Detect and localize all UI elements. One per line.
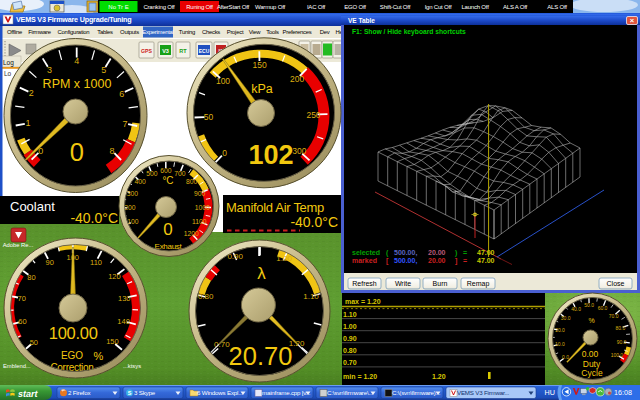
svg-text:130: 130 — [118, 294, 131, 303]
svg-text:-40.0°C: -40.0°C — [290, 214, 338, 230]
svg-text:2: 2 — [29, 88, 34, 98]
svg-text:Adobe Re...: Adobe Re... — [3, 242, 34, 248]
svg-text:No Tr E: No Tr E — [108, 4, 128, 10]
svg-text:140: 140 — [117, 317, 130, 326]
svg-text:=: = — [463, 249, 467, 256]
svg-text:60: 60 — [18, 317, 26, 326]
svg-text:4: 4 — [74, 56, 79, 66]
svg-text:C:\(svn\firmware)...: C:\(svn\firmware)... — [392, 389, 441, 396]
svg-text:1: 1 — [25, 118, 30, 128]
svg-text:600: 600 — [160, 167, 172, 174]
svg-text:AfterStart Off: AfterStart Off — [217, 4, 250, 10]
svg-text:300: 300 — [292, 146, 306, 156]
svg-text:16:08: 16:08 — [614, 388, 632, 397]
svg-text:selected: selected — [352, 249, 380, 256]
svg-text:Checks: Checks — [202, 29, 220, 35]
svg-text:marked: marked — [352, 257, 377, 264]
svg-text:47.00: 47.00 — [477, 257, 495, 264]
svg-text:Close: Close — [607, 280, 625, 287]
svg-text:500.00,: 500.00, — [394, 249, 417, 257]
svg-text:VE Table: VE Table — [348, 17, 375, 24]
svg-text:0.70: 0.70 — [343, 359, 357, 366]
svg-text:102: 102 — [248, 140, 293, 170]
svg-text:S: S — [128, 390, 132, 396]
svg-text:6 Windows Expl...: 6 Windows Expl... — [197, 389, 243, 396]
svg-text:1.10: 1.10 — [343, 311, 357, 318]
svg-text:Ign Cut Off: Ign Cut Off — [425, 4, 452, 10]
svg-text:70.0: 70.0 — [609, 313, 619, 319]
svg-text:Tuning: Tuning — [179, 29, 195, 35]
svg-text:Emblend...: Emblend... — [3, 363, 31, 369]
svg-text:0.90: 0.90 — [343, 335, 357, 342]
svg-text:20.00: 20.00 — [428, 249, 446, 256]
svg-text:min = 1.20: min = 1.20 — [343, 373, 377, 380]
svg-text:×: × — [630, 16, 635, 25]
svg-text:Shift-Cut Off: Shift-Cut Off — [380, 4, 411, 10]
svg-text:120: 120 — [108, 272, 121, 281]
svg-text:1000: 1000 — [195, 204, 210, 211]
svg-text:100.0: 100.0 — [611, 352, 624, 358]
svg-text:ECU: ECU — [199, 48, 210, 54]
svg-text:1.00: 1.00 — [343, 323, 357, 330]
svg-text:50: 50 — [30, 338, 38, 347]
svg-text:HU: HU — [545, 388, 555, 397]
svg-text:°C: °C — [162, 175, 173, 186]
svg-text:2 Firefox: 2 Firefox — [68, 389, 91, 396]
svg-text:800: 800 — [186, 178, 198, 185]
svg-text:λ: λ — [257, 264, 266, 283]
svg-text:110: 110 — [90, 258, 102, 267]
svg-text:EGO Off: EGO Off — [344, 4, 366, 10]
svg-text:RPM x 1000: RPM x 1000 — [43, 77, 112, 91]
svg-text:500: 500 — [146, 170, 158, 177]
svg-text:30.0: 30.0 — [561, 315, 571, 321]
svg-text:10.0: 10.0 — [555, 341, 565, 347]
svg-text:40.0: 40.0 — [571, 306, 581, 312]
svg-text:Cycle: Cycle — [581, 368, 603, 378]
svg-text:Configuration: Configuration — [58, 29, 90, 35]
svg-text:GPS: GPS — [141, 48, 152, 54]
svg-text:Refresh: Refresh — [352, 280, 377, 287]
svg-text:Runing Off: Runing Off — [186, 4, 213, 10]
svg-text:F1: Show / Hide keyboard short: F1: Show / Hide keyboard shortcuts — [352, 28, 466, 36]
svg-text:ALS Off: ALS Off — [547, 4, 567, 10]
svg-text:VEMS V3 Firmwar...: VEMS V3 Firmwar... — [457, 389, 510, 396]
svg-text:Log: Log — [3, 59, 14, 67]
svg-text:200: 200 — [124, 204, 136, 211]
svg-text:1.10: 1.10 — [303, 292, 319, 301]
svg-text:VEMS V3 Firmware Upgrade/Tunin: VEMS V3 Firmware Upgrade/Tuning — [16, 15, 131, 24]
svg-text:C:\svn\firmware\...: C:\svn\firmware\... — [327, 389, 374, 396]
svg-text:20.0: 20.0 — [555, 327, 565, 333]
svg-text:0: 0 — [222, 148, 227, 158]
svg-text:90.0: 90.0 — [617, 339, 627, 345]
svg-text:150: 150 — [253, 60, 267, 70]
svg-text:Preferences: Preferences — [282, 29, 311, 35]
svg-text:1.20: 1.20 — [432, 373, 446, 380]
svg-text:100: 100 — [127, 218, 139, 225]
svg-text:max = 1.20: max = 1.20 — [345, 298, 381, 305]
svg-text:Firmware: Firmware — [28, 29, 52, 35]
svg-text:0: 0 — [70, 138, 84, 166]
svg-text:400: 400 — [134, 178, 146, 185]
svg-text:-40.0°C: -40.0°C — [70, 210, 118, 226]
svg-text:RT: RT — [179, 48, 187, 54]
svg-text:50: 50 — [204, 112, 214, 122]
svg-text:IAC Off: IAC Off — [307, 4, 326, 10]
svg-text:Project: Project — [227, 29, 244, 35]
svg-text:5: 5 — [101, 65, 106, 75]
svg-text:200: 200 — [290, 74, 304, 84]
svg-text:Warmup Off: Warmup Off — [255, 4, 286, 10]
svg-text:%: % — [588, 317, 594, 324]
svg-text:70: 70 — [18, 294, 26, 303]
svg-text:...ktsys: ...ktsys — [123, 363, 141, 369]
svg-text:start: start — [18, 389, 39, 399]
svg-text:150: 150 — [106, 337, 119, 346]
svg-text:Offline: Offline — [7, 29, 23, 35]
svg-text:Manifold Air Temp: Manifold Air Temp — [226, 200, 324, 215]
svg-text:Launch Off: Launch Off — [461, 4, 489, 10]
svg-text:%: % — [94, 350, 104, 362]
svg-text:Duty: Duty — [583, 359, 601, 369]
svg-text:0.80: 0.80 — [198, 292, 214, 301]
svg-text:=: = — [463, 257, 467, 264]
svg-text:Dev: Dev — [320, 29, 330, 35]
svg-text:Remap: Remap — [467, 280, 490, 288]
